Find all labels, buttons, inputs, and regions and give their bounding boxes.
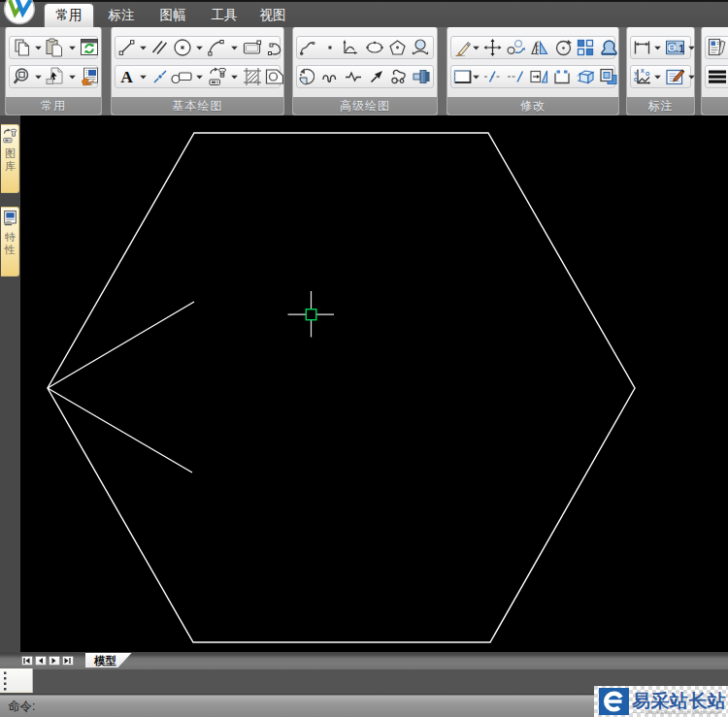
svg-text:O: O: [634, 77, 639, 82]
svg-text:A: A: [120, 68, 133, 85]
svg-text:.1: .1: [676, 43, 684, 54]
svg-text:O: O: [645, 71, 650, 77]
svg-text:X: X: [641, 68, 645, 74]
